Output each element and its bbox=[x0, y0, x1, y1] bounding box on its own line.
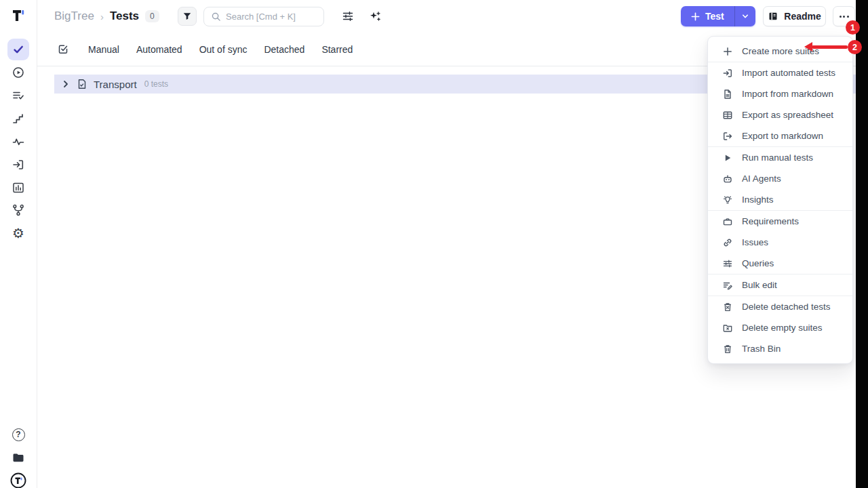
suite-test-count: 0 tests bbox=[144, 79, 168, 89]
sidebar-item-steps[interactable] bbox=[10, 110, 26, 127]
sidebar-item-settings[interactable]: ⚙ bbox=[10, 225, 26, 241]
sidebar-item-projects[interactable] bbox=[10, 449, 26, 466]
menu-item-trash-bin[interactable]: Trash Bin bbox=[708, 338, 852, 359]
sidebar-item-account[interactable] bbox=[10, 472, 26, 488]
logo-t-icon bbox=[9, 7, 27, 24]
trash-x-icon bbox=[722, 302, 733, 312]
menu-item-delete-empty-suites[interactable]: Delete empty suites bbox=[708, 317, 852, 338]
breadcrumb-separator: › bbox=[100, 11, 104, 22]
plus-icon bbox=[722, 46, 733, 57]
menu-item-bulk-edit[interactable]: Bulk edit bbox=[708, 274, 852, 296]
breadcrumb-project[interactable]: BigTree bbox=[54, 9, 94, 23]
export-box-icon bbox=[722, 131, 733, 142]
link-icon bbox=[722, 237, 733, 248]
tab-manual[interactable]: Manual bbox=[88, 44, 119, 55]
sidebar-item-branches[interactable] bbox=[10, 202, 26, 218]
menu-item-run-manual-tests[interactable]: Run manual tests bbox=[708, 147, 852, 168]
readme-label: Readme bbox=[784, 11, 821, 22]
search-box bbox=[203, 7, 324, 26]
lightbulb-icon bbox=[722, 195, 733, 205]
ai-sparkles-icon[interactable] bbox=[369, 10, 381, 22]
book-icon bbox=[768, 11, 778, 22]
pulse-icon bbox=[12, 135, 25, 148]
menu-item-create-more-suites[interactable]: Create more suites bbox=[708, 41, 852, 62]
gear-icon: ⚙ bbox=[12, 226, 24, 240]
import-box-icon bbox=[722, 68, 733, 79]
tab-detached[interactable]: Detached bbox=[264, 44, 304, 55]
menu-item-import-from-markdown[interactable]: Import from markdown bbox=[708, 83, 852, 104]
markdown-file-icon bbox=[722, 89, 733, 100]
trash-icon bbox=[722, 344, 733, 354]
bulk-edit-icon bbox=[722, 280, 733, 291]
account-t-icon bbox=[10, 472, 26, 488]
funnel-icon bbox=[182, 12, 192, 21]
adjust-sliders-icon[interactable] bbox=[342, 10, 354, 22]
tab-automated[interactable]: Automated bbox=[136, 44, 182, 55]
play-icon bbox=[722, 152, 733, 163]
chevron-down-icon bbox=[741, 12, 749, 20]
chevron-right-icon[interactable] bbox=[61, 79, 71, 89]
menu-item-queries[interactable]: Queries bbox=[708, 253, 852, 274]
list-check-icon bbox=[12, 89, 25, 102]
readme-button[interactable]: Readme bbox=[763, 6, 826, 26]
menu-item-export-as-spreadsheet[interactable]: Export as spreadsheet bbox=[708, 104, 852, 125]
spreadsheet-icon bbox=[722, 110, 733, 121]
breadcrumb: BigTree › Tests 0 bbox=[54, 0, 159, 33]
robot-icon bbox=[722, 174, 733, 184]
annotation-arrow bbox=[812, 45, 848, 49]
search-icon bbox=[211, 12, 221, 22]
check-icon bbox=[12, 43, 25, 56]
app-logo[interactable] bbox=[9, 6, 28, 25]
bar-chart-icon bbox=[12, 181, 25, 195]
menu-item-insights[interactable]: Insights bbox=[708, 189, 852, 210]
plus-icon bbox=[691, 12, 700, 21]
stairs-icon bbox=[12, 112, 25, 125]
filter-button[interactable] bbox=[178, 7, 197, 26]
tests-count-badge: 0 bbox=[145, 10, 159, 22]
page: ⚙ ? BigTree › Tests 0 bbox=[0, 0, 868, 488]
menu-item-export-to-markdown[interactable]: Export to markdown bbox=[708, 125, 852, 146]
sidebar-item-analytics[interactable] bbox=[10, 180, 26, 196]
sidebar-item-runs[interactable] bbox=[10, 64, 26, 81]
tab-out-of-sync[interactable]: Out of sync bbox=[199, 44, 248, 55]
sidebar-item-import[interactable] bbox=[10, 157, 26, 173]
tab-starred[interactable]: Starred bbox=[321, 44, 353, 55]
create-test-label: Test bbox=[705, 11, 724, 22]
sidebar-item-help[interactable]: ? bbox=[10, 426, 26, 443]
sidebar-item-plans[interactable] bbox=[10, 87, 26, 104]
sidebar-item-activity[interactable] bbox=[10, 134, 26, 150]
top-header: BigTree › Tests 0 bbox=[37, 0, 856, 33]
create-test-split-button: Test bbox=[681, 6, 755, 26]
menu-item-delete-detached-tests[interactable]: Delete detached tests bbox=[708, 296, 852, 317]
more-options-menu: Create more suites Import automated test… bbox=[707, 36, 853, 364]
create-test-button[interactable]: Test bbox=[681, 6, 734, 26]
search-input[interactable] bbox=[226, 12, 317, 22]
folder-icon bbox=[12, 451, 25, 464]
help-icon: ? bbox=[12, 428, 25, 441]
annotation-badge-2: 2 bbox=[848, 40, 862, 54]
suite-file-icon bbox=[77, 79, 87, 89]
page-title: Tests bbox=[110, 9, 139, 23]
suite-name: Transport bbox=[94, 79, 137, 90]
briefcase-icon bbox=[722, 216, 733, 227]
more-options-icon bbox=[840, 16, 842, 18]
menu-item-issues[interactable]: Issues bbox=[708, 232, 852, 253]
sliders-icon bbox=[722, 258, 733, 269]
annotation-badge-1: 1 bbox=[846, 20, 860, 35]
select-all-checkbox-icon[interactable] bbox=[57, 43, 70, 56]
play-circle-icon bbox=[12, 66, 25, 79]
annotation-arrowhead-icon bbox=[804, 42, 812, 52]
sidebar: ⚙ ? bbox=[0, 0, 37, 488]
folder-x-icon bbox=[722, 323, 733, 333]
menu-item-import-automated-tests[interactable]: Import automated tests bbox=[708, 62, 852, 83]
import-box-icon bbox=[12, 158, 25, 171]
branch-icon bbox=[12, 203, 25, 217]
screen-edge-strip bbox=[856, 0, 868, 488]
menu-item-requirements[interactable]: Requirements bbox=[708, 211, 852, 232]
menu-item-ai-agents[interactable]: AI Agents bbox=[708, 168, 852, 189]
sidebar-item-tests[interactable] bbox=[7, 39, 29, 60]
create-test-dropdown-button[interactable] bbox=[734, 6, 755, 26]
